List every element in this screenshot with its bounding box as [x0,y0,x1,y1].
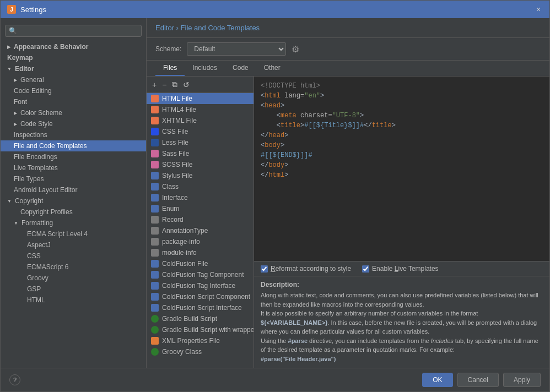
scheme-select[interactable]: Default Project [187,42,286,56]
interface-file-icon [151,194,159,202]
css-file-icon [151,128,159,135]
file-item-cf-tag-component[interactable]: ColdFusion Tag Component [147,269,254,280]
file-item-enum[interactable]: Enum [147,203,254,214]
file-item-gradle-build[interactable]: Gradle Build Script [147,313,254,324]
groovy-class-icon [151,348,159,356]
gear-icon[interactable]: ⚙ [292,44,299,55]
sidebar-item-code-style[interactable]: ▶ Code Style [1,118,146,129]
tab-includes[interactable]: Includes [185,61,225,76]
file-item-interface[interactable]: Interface [147,192,254,203]
add-button[interactable]: + [150,79,159,90]
expand-icon: ▶ [7,45,10,50]
remove-button[interactable]: − [160,79,169,90]
sidebar-item-live-templates[interactable]: Live Templates [1,162,146,173]
expand-icon-color: ▶ [14,111,17,116]
tab-other[interactable]: Other [256,61,288,76]
sidebar-item-font[interactable]: Font [1,96,146,107]
sidebar-item-gsp[interactable]: GSP [1,284,146,295]
sidebar-item-file-encodings[interactable]: File Encodings [1,151,146,162]
help-button[interactable]: ? [9,374,20,385]
reformat-checkbox-label[interactable]: Reformat according to style [261,265,351,273]
main-content: ▶ Appearance & Behavior Keymap ▼ Editor … [1,18,549,368]
scss-file-icon [151,161,159,168]
file-item-annotation[interactable]: AnnotationType [147,225,254,236]
copy-button[interactable]: ⧉ [170,79,180,90]
file-item-css[interactable]: CSS File [147,126,254,137]
sidebar-item-appearance[interactable]: ▶ Appearance & Behavior [1,41,146,52]
file-item-xhtml[interactable]: XHTML File [147,115,254,126]
bottom-bar: ? OK Cancel Apply [1,368,549,391]
file-list: HTML File HTML4 File XHTML File CSS [147,93,254,368]
settings-dialog: J Settings × ▶ Appearance & Behavior Key… [0,0,550,392]
file-item-groovy-class[interactable]: Groovy Class [147,346,254,357]
file-item-sass[interactable]: Sass File [147,148,254,159]
sidebar-item-html[interactable]: HTML [1,295,146,306]
sidebar-item-editor[interactable]: ▼ Editor [1,63,146,74]
code-line-3: <head> [261,101,543,111]
live-templates-checkbox[interactable] [362,265,369,273]
sidebar-item-copyright-profiles[interactable]: Copyright Profiles [1,206,146,217]
html-file-icon [151,95,159,102]
reset-button[interactable]: ↺ [181,79,192,90]
sidebar-item-ecma4[interactable]: ECMA Script Level 4 [1,228,146,239]
title-bar: J Settings × [1,1,549,18]
live-templates-label: Enable Live Templates [372,265,439,273]
sidebar-item-css[interactable]: CSS [1,251,146,262]
sidebar-item-file-types[interactable]: File Types [1,173,146,184]
close-button[interactable]: × [534,5,543,14]
file-item-cf-tag-interface[interactable]: ColdFusion Tag Interface [147,280,254,291]
gradle-build-icon [151,315,159,323]
class-file-icon [151,183,159,190]
file-list-panel: + − ⧉ ↺ HTML File HTML4 File [147,77,254,368]
app-icon: J [7,5,16,14]
file-item-less[interactable]: Less File [147,137,254,148]
cancel-button[interactable]: Cancel [457,373,499,387]
cf-script-interface-icon [151,304,159,312]
file-item-cf-script-component[interactable]: ColdFusion Script Component [147,291,254,302]
sidebar-item-file-and-code-templates[interactable]: File and Code Templates [1,140,146,151]
apply-button[interactable]: Apply [503,373,541,387]
live-templates-checkbox-label[interactable]: Enable Live Templates [362,265,439,273]
tab-code[interactable]: Code [225,61,256,76]
sidebar-item-groovy[interactable]: Groovy [1,273,146,284]
right-panel: Editor › File and Code Templates Scheme:… [147,18,549,368]
file-item-html4[interactable]: HTML4 File [147,104,254,115]
sidebar-item-keymap[interactable]: Keymap [1,52,146,63]
file-item-module-info[interactable]: module-info [147,247,254,258]
sidebar-item-android-layout-editor[interactable]: Android Layout Editor [1,184,146,195]
search-input[interactable] [5,25,142,37]
expand-icon-general: ▶ [14,78,17,83]
sidebar-item-aspectj[interactable]: AspectJ [1,239,146,251]
tabs-row: Files Includes Code Other [147,61,549,77]
ok-button[interactable]: OK [422,373,452,387]
file-item-html[interactable]: HTML File [147,93,254,104]
file-item-gradle-wrapper[interactable]: Gradle Build Script with wrappe [147,324,254,335]
annotation-file-icon [151,227,159,235]
tab-files[interactable]: Files [155,61,185,76]
expand-icon-editor: ▼ [7,67,12,72]
expand-icon-formatting: ▼ [14,221,18,226]
content-area: + − ⧉ ↺ HTML File HTML4 File [147,77,549,368]
code-editor[interactable]: <!DOCTYPE html> <html lang="en"> <head> … [254,77,549,261]
description-area: Description: Along with static text, cod… [254,276,549,368]
description-text: Along with static text, code and comment… [261,291,543,363]
file-item-stylus[interactable]: Stylus File [147,170,254,181]
reformat-checkbox[interactable] [261,265,268,273]
sidebar-item-color-scheme[interactable]: ▶ Color Scheme [1,107,146,118]
coldfusion-file-icon [151,260,159,268]
sidebar-item-formatting[interactable]: ▼ Formatting [1,217,146,228]
sidebar-item-code-editing[interactable]: Code Editing [1,85,146,96]
file-item-record[interactable]: Record [147,214,254,225]
sidebar-item-inspections[interactable]: Inspections [1,129,146,140]
sidebar-item-general[interactable]: ▶ General [1,74,146,85]
sidebar-item-copyright[interactable]: ▼ Copyright [1,195,146,206]
file-item-cf-script-interface[interactable]: ColdFusion Script Interface [147,302,254,313]
file-item-class[interactable]: Class [147,181,254,192]
code-line-8: #[[${END$}]]# [261,150,543,160]
file-item-package-info[interactable]: package-info [147,236,254,247]
enum-file-icon [151,205,159,213]
file-item-coldfusion[interactable]: ColdFusion File [147,258,254,269]
sidebar-item-ecmascript6[interactable]: ECMAScript 6 [1,262,146,273]
file-item-scss[interactable]: SCSS File [147,159,254,170]
file-item-xml-props[interactable]: XML Properties File [147,335,254,346]
